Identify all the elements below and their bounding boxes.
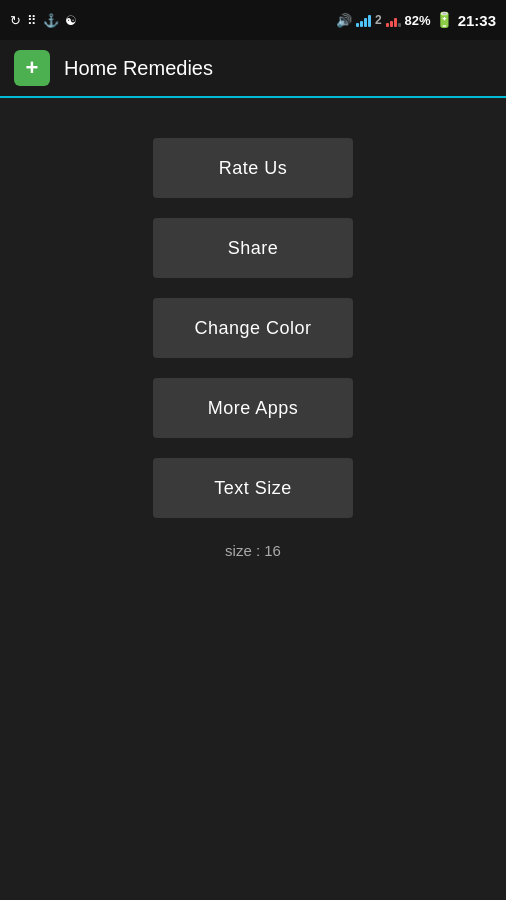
share-button[interactable]: Share (153, 218, 353, 278)
status-bar: ↻ ⠿ ⚓ ☯ 🔊 2 82% 🔋 21:33 (0, 0, 506, 40)
signal-bars-blue (356, 13, 371, 27)
status-time: 21:33 (458, 12, 496, 29)
change-color-button[interactable]: Change Color (153, 298, 353, 358)
volume-icon: 🔊 (336, 13, 352, 28)
app-icon: + (14, 50, 50, 86)
main-content: Rate Us Share Change Color More Apps Tex… (0, 98, 506, 900)
size-label: size : 16 (225, 542, 281, 559)
android-icon: ☯ (65, 13, 77, 28)
bluetooth-icon: ⠿ (27, 13, 37, 28)
sim-label: 2 (375, 13, 382, 27)
status-bar-right: 🔊 2 82% 🔋 21:33 (336, 11, 496, 29)
rate-us-button[interactable]: Rate Us (153, 138, 353, 198)
app-header: + Home Remedies (0, 40, 506, 98)
more-apps-button[interactable]: More Apps (153, 378, 353, 438)
battery-percentage: 82% (405, 13, 431, 28)
battery-icon: 🔋 (435, 11, 454, 29)
usb-icon: ⚓ (43, 13, 59, 28)
app-title: Home Remedies (64, 57, 213, 80)
signal-bars-red (386, 13, 401, 27)
refresh-icon: ↻ (10, 13, 21, 28)
status-bar-left: ↻ ⠿ ⚓ ☯ (10, 13, 77, 28)
app-icon-symbol: + (26, 55, 39, 81)
text-size-button[interactable]: Text Size (153, 458, 353, 518)
